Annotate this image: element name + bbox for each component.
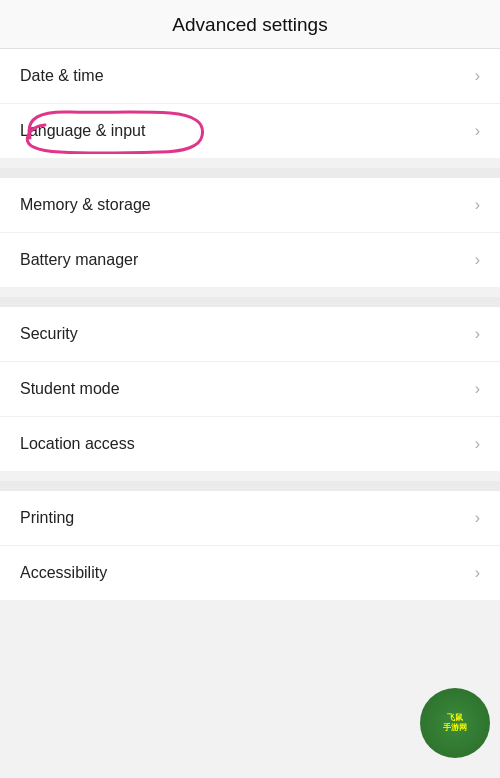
- chevron-icon: ›: [475, 67, 480, 85]
- printing-label: Printing: [20, 509, 74, 527]
- chevron-icon: ›: [475, 564, 480, 582]
- chevron-icon: ›: [475, 122, 480, 140]
- location-access-item[interactable]: Location access ›: [0, 417, 500, 471]
- watermark-text: 飞鼠手游网: [443, 713, 467, 732]
- battery-manager-label: Battery manager: [20, 251, 138, 269]
- chevron-icon: ›: [475, 380, 480, 398]
- accessibility-item[interactable]: Accessibility ›: [0, 546, 500, 600]
- student-mode-item[interactable]: Student mode ›: [0, 362, 500, 417]
- section-divider-1: [0, 168, 500, 178]
- watermark-badge: 飞鼠手游网: [420, 688, 490, 758]
- page-title: Advanced settings: [172, 14, 327, 35]
- security-item[interactable]: Security ›: [0, 307, 500, 362]
- location-access-label: Location access: [20, 435, 135, 453]
- section-1: Date & time › Language & input ›: [0, 49, 500, 158]
- chevron-icon: ›: [475, 435, 480, 453]
- section-divider-2: [0, 297, 500, 307]
- chevron-icon: ›: [475, 251, 480, 269]
- date-time-label: Date & time: [20, 67, 104, 85]
- chevron-icon: ›: [475, 325, 480, 343]
- section-2: Memory & storage › Battery manager ›: [0, 178, 500, 287]
- student-mode-label: Student mode: [20, 380, 120, 398]
- printing-item[interactable]: Printing ›: [0, 491, 500, 546]
- page-header: Advanced settings: [0, 0, 500, 49]
- memory-storage-label: Memory & storage: [20, 196, 151, 214]
- chevron-icon: ›: [475, 196, 480, 214]
- section-4: Printing › Accessibility ›: [0, 491, 500, 600]
- accessibility-label: Accessibility: [20, 564, 107, 582]
- chevron-icon: ›: [475, 509, 480, 527]
- language-input-item[interactable]: Language & input ›: [0, 104, 500, 158]
- date-time-item[interactable]: Date & time ›: [0, 49, 500, 104]
- battery-manager-item[interactable]: Battery manager ›: [0, 233, 500, 287]
- security-label: Security: [20, 325, 78, 343]
- language-input-label: Language & input: [20, 122, 145, 140]
- section-divider-3: [0, 481, 500, 491]
- section-3: Security › Student mode › Location acces…: [0, 307, 500, 471]
- memory-storage-item[interactable]: Memory & storage ›: [0, 178, 500, 233]
